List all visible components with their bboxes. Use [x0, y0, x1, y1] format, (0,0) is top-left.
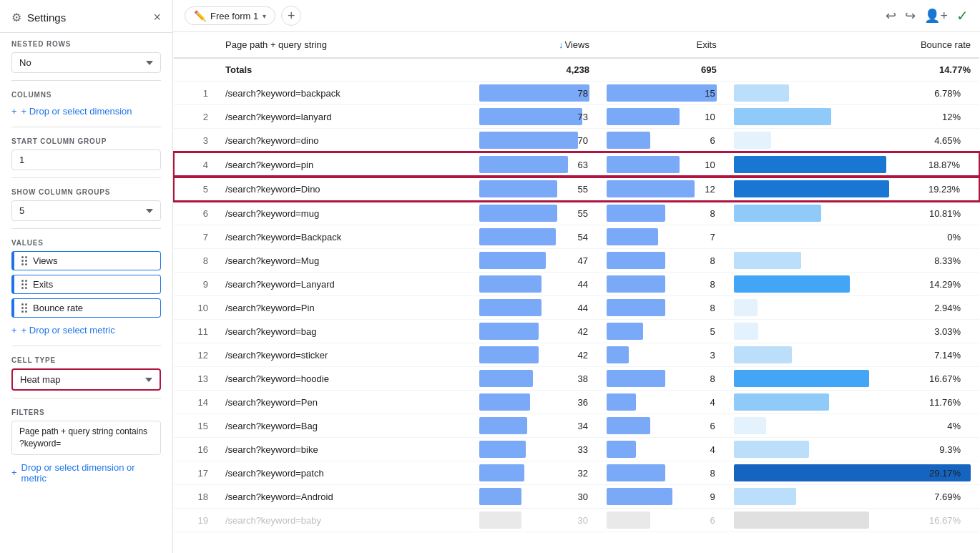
- row-path: /search?keyword=bag: [217, 320, 471, 343]
- totals-bounce: 14.77%: [725, 58, 979, 82]
- row-num: 1: [174, 82, 217, 105]
- row-path: /search?keyword=pin: [217, 152, 471, 177]
- row-exits: 8: [598, 367, 725, 391]
- row-exits: 8: [598, 461, 725, 485]
- row-views: 38: [471, 367, 598, 391]
- row-views: 30: [471, 485, 598, 509]
- col-header-exits[interactable]: Exits: [598, 32, 725, 58]
- row-bounce: 4.65%: [725, 129, 979, 153]
- row-views: 33: [471, 438, 598, 461]
- plus-icon-filter: +: [11, 467, 17, 478]
- col-header-num: [174, 32, 217, 58]
- drop-filter-label: Drop or select dimension or metric: [21, 462, 161, 484]
- show-column-groups-section: SHOW COLUMN GROUPS 51234678910: [0, 181, 172, 225]
- row-exits: 5: [598, 320, 725, 343]
- show-column-groups-select[interactable]: 51234678910: [11, 200, 161, 221]
- totals-exits: 695: [598, 58, 725, 82]
- row-bounce: 10.81%: [725, 201, 979, 225]
- row-num: 4: [174, 152, 217, 177]
- row-views: 47: [471, 249, 598, 273]
- row-path: /search?keyword=dino: [217, 129, 471, 153]
- col-header-views[interactable]: ↓Views: [471, 32, 598, 58]
- row-views: 34: [471, 414, 598, 438]
- row-path: /search?keyword=Bag: [217, 414, 471, 438]
- undo-icon[interactable]: ↩: [886, 8, 896, 24]
- col-header-path[interactable]: Page path + query string: [217, 32, 471, 58]
- show-column-groups-label: SHOW COLUMN GROUPS: [11, 188, 161, 196]
- row-bounce: 16.67%: [725, 509, 979, 532]
- row-exits: 4: [598, 438, 725, 461]
- row-bounce: 11.76%: [725, 391, 979, 414]
- row-path: /search?keyword=Pen: [217, 391, 471, 414]
- row-path: /search?keyword=hoodie: [217, 367, 471, 391]
- table-row: 1 /search?keyword=backpack 78 15 6.78%: [174, 82, 979, 105]
- filters-label: FILTERS: [11, 408, 161, 416]
- drop-filter-button[interactable]: + Drop or select dimension or metric: [11, 459, 161, 486]
- value-chip-exits[interactable]: Exits: [11, 275, 161, 294]
- table-row: 2 /search?keyword=lanyard 73 10 12%: [174, 105, 979, 129]
- nested-rows-select[interactable]: NoYes: [11, 52, 161, 73]
- row-exits: 15: [598, 82, 725, 105]
- row-num: 2: [174, 105, 217, 129]
- row-exits: 3: [598, 343, 725, 367]
- row-num: 12: [174, 343, 217, 367]
- topbar-right: ↩ ↪ 👤+ ✓: [886, 7, 969, 24]
- drop-metric-label: + Drop or select metric: [21, 325, 115, 336]
- table-row: 18 /search?keyword=Android 30 9 7.69%: [174, 485, 979, 509]
- share-icon[interactable]: 👤+: [924, 8, 948, 24]
- columns-section: COLUMNS + + Drop or select dimension: [0, 84, 172, 124]
- filters-section: FILTERS Page path + query string contain…: [0, 401, 172, 491]
- drop-metric-button[interactable]: + + Drop or select metric: [11, 322, 161, 338]
- row-bounce: 14.29%: [725, 273, 979, 296]
- table-row: 3 /search?keyword=dino 70 6 4.65%: [174, 129, 979, 153]
- filter-chip[interactable]: Page path + query string contains ?keywo…: [11, 421, 161, 455]
- col-header-bounce[interactable]: Bounce rate: [725, 32, 979, 58]
- row-bounce: 9.3%: [725, 438, 979, 461]
- table-row: 14 /search?keyword=Pen 36 4 11.76%: [174, 391, 979, 414]
- plus-icon-metric: +: [11, 325, 17, 336]
- table-row: 4 /search?keyword=pin 63 10 18.87%: [174, 152, 979, 177]
- table-row: 15 /search?keyword=Bag 34 6 4%: [174, 414, 979, 438]
- row-path: /search?keyword=Backpack: [217, 225, 471, 249]
- cell-type-section: CELL TYPE Heat map Bar chart Plain text: [0, 349, 172, 395]
- row-views: 36: [471, 391, 598, 414]
- values-label: VALUES: [11, 239, 161, 247]
- row-bounce: 7.69%: [725, 485, 979, 509]
- done-icon[interactable]: ✓: [956, 7, 969, 24]
- row-views: 44: [471, 273, 598, 296]
- values-section: VALUES Views Exits Bounce rate + + Drop …: [0, 232, 172, 343]
- tab-name: Free form 1: [210, 11, 258, 21]
- table-row: 6 /search?keyword=mug 55 8 10.81%: [174, 201, 979, 225]
- row-bounce: 16.67%: [725, 367, 979, 391]
- divider-1: [11, 80, 161, 81]
- row-bounce: 18.87%: [725, 152, 979, 177]
- value-chip-views[interactable]: Views: [11, 251, 161, 270]
- row-bounce: 29.17%: [725, 461, 979, 485]
- table-row: 16 /search?keyword=bike 33 4 9.3%: [174, 438, 979, 461]
- gear-icon: ⚙: [11, 11, 21, 24]
- chevron-down-icon: ▾: [263, 12, 266, 20]
- redo-icon[interactable]: ↪: [905, 8, 916, 24]
- add-tab-button[interactable]: +: [281, 6, 301, 26]
- close-icon[interactable]: ×: [153, 10, 161, 25]
- row-views: 54: [471, 225, 598, 249]
- value-exits-label: Exits: [33, 279, 53, 290]
- totals-views: 4,238: [471, 58, 598, 82]
- start-column-label: START COLUMN GROUP: [11, 137, 161, 145]
- pencil-icon: ✏️: [194, 10, 206, 21]
- row-views: 78: [471, 82, 598, 105]
- free-form-tab[interactable]: ✏️ Free form 1 ▾: [185, 6, 275, 25]
- row-path: /search?keyword=Lanyard: [217, 273, 471, 296]
- cell-type-select[interactable]: Heat map Bar chart Plain text: [11, 368, 161, 391]
- value-bounce-label: Bounce rate: [33, 303, 83, 313]
- plus-icon: +: [11, 106, 17, 117]
- start-column-input[interactable]: 1: [11, 150, 161, 170]
- value-chip-bounce[interactable]: Bounce rate: [11, 298, 161, 318]
- row-num: 7: [174, 225, 217, 249]
- row-num: 6: [174, 201, 217, 225]
- row-num: 8: [174, 249, 217, 273]
- row-path: /search?keyword=baby: [217, 509, 471, 532]
- row-views: 55: [471, 201, 598, 225]
- drop-dimension-button[interactable]: + + Drop or select dimension: [11, 103, 161, 119]
- row-exits: 6: [598, 509, 725, 532]
